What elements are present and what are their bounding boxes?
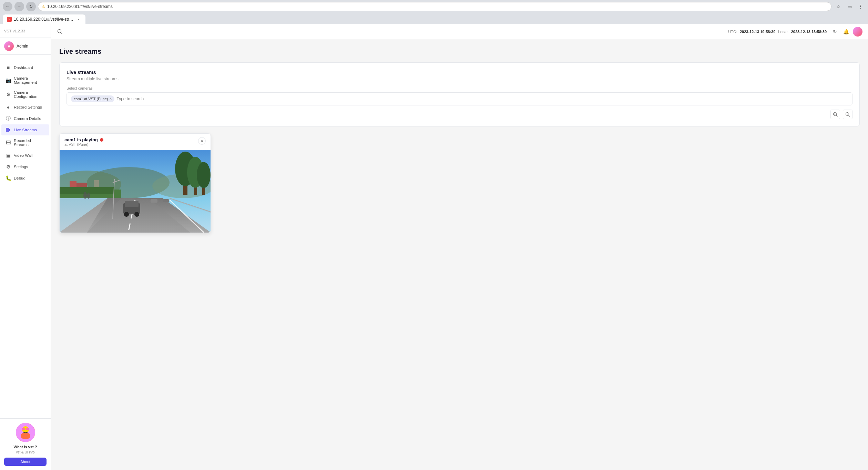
svg-rect-42: [151, 199, 157, 203]
forward-button[interactable]: →: [14, 2, 24, 11]
tab-title: 10.20.169.220:81/#/vst/live-streams: [14, 17, 74, 22]
svg-line-14: [849, 115, 850, 117]
address-bar[interactable]: ⚠ 10.20.169.220:81/#/vst/live-streams: [38, 2, 831, 11]
tab-favicon: V: [7, 17, 12, 22]
sidebar-item-label: Debug: [14, 176, 25, 180]
svg-point-46: [83, 192, 87, 199]
about-button[interactable]: About: [4, 458, 47, 466]
svg-point-4: [21, 432, 30, 439]
top-bar-icons: ↻ 🔔: [831, 27, 862, 37]
sidebar-item-settings[interactable]: ⚙ Settings: [1, 161, 49, 172]
security-icon: ⚠: [42, 4, 45, 9]
utc-label: UTC:: [728, 30, 737, 34]
sidebar-item-label: Camera Details: [14, 116, 41, 121]
vst-avatar: [16, 423, 35, 442]
notification-icon[interactable]: 🔔: [842, 28, 850, 36]
svg-point-47: [87, 193, 90, 199]
svg-line-10: [836, 115, 838, 117]
sidebar-item-record-settings[interactable]: ● Record Settings: [1, 102, 49, 113]
stream-close-button[interactable]: ×: [198, 137, 206, 145]
sidebar-item-recorded-streams[interactable]: 🎞 Recorded Streams: [1, 136, 49, 150]
sidebar-item-camera-details[interactable]: ⓘ Camera Details: [1, 113, 49, 124]
sidebar-item-debug[interactable]: 🐛 Debug: [1, 173, 49, 184]
search-button[interactable]: [57, 28, 63, 35]
local-time: 2023-12-13 13:58:39: [791, 30, 827, 34]
page-body: Live streams Live streams Stream multipl…: [51, 39, 868, 241]
browser-tabs: V 10.20.169.220:81/#/vst/live-streams ×: [0, 13, 868, 24]
menu-button[interactable]: ⋮: [856, 2, 865, 11]
camera-tag: cam1 at VST (Pune) ×: [71, 95, 114, 102]
vst-info-subtitle: vst & UI info: [4, 450, 47, 454]
user-avatar: A: [4, 41, 14, 51]
tab-close-button[interactable]: ×: [76, 17, 81, 22]
bookmark-button[interactable]: ☆: [834, 2, 843, 11]
username: Admin: [17, 44, 28, 49]
sidebar-bottom: What is vst ? vst & UI info About: [0, 418, 51, 470]
card-footer: [67, 105, 852, 119]
app-logo: VST v1.2.33: [4, 28, 47, 33]
sidebar-item-dashboard[interactable]: ■ Dashboard: [1, 62, 49, 73]
svg-rect-37: [125, 201, 139, 207]
vst-info-title: What is vst ?: [4, 445, 47, 449]
sidebar-item-camera-configuration[interactable]: ⚙ Camera Configuration: [1, 88, 49, 101]
sidebar-item-label: Camera Configuration: [14, 90, 45, 99]
sidebar-nav: ■ Dashboard 📷 Camera Management ⚙ Camera…: [0, 59, 51, 418]
sidebar-item-label: Dashboard: [14, 65, 33, 70]
svg-point-38: [124, 212, 129, 217]
svg-point-35: [197, 162, 211, 188]
zoom-out-button[interactable]: [843, 110, 852, 119]
stream-window-header: cam1 is playing at VST (Pune) ×: [60, 134, 211, 150]
camera-management-icon: 📷: [6, 78, 11, 83]
utc-time: 2023-12-13 19:58:39: [740, 30, 775, 34]
top-bar-left: [57, 28, 63, 35]
svg-rect-43: [163, 199, 169, 202]
sidebar-item-label: Live Streams: [14, 128, 37, 132]
svg-point-6: [26, 428, 29, 430]
sidebar-search-container: [0, 55, 51, 59]
sidebar-user[interactable]: A Admin: [0, 38, 51, 55]
camera-search-input[interactable]: [116, 96, 848, 101]
url-text: 10.20.169.220:81/#/vst/live-streams: [47, 4, 113, 9]
sidebar-item-label: Recorded Streams: [14, 139, 45, 147]
camera-config-icon: ⚙: [6, 92, 11, 97]
utc-time-display: UTC: 2023-12-13 19:58:39 Local: 2023-12-…: [728, 30, 827, 34]
main-content: UTC: 2023-12-13 19:58:39 Local: 2023-12-…: [51, 24, 868, 470]
refresh-icon[interactable]: ↻: [831, 28, 839, 36]
svg-marker-1: [9, 129, 10, 131]
sidebar-item-label: Video Wall: [14, 153, 32, 157]
dashboard-icon: ■: [6, 65, 11, 70]
debug-icon: 🐛: [6, 175, 11, 181]
extensions-button[interactable]: ▭: [845, 2, 854, 11]
svg-rect-22: [94, 180, 99, 188]
stream-window: cam1 is playing at VST (Pune) ×: [59, 133, 211, 233]
sidebar-item-camera-management[interactable]: 📷 Camera Management: [1, 73, 49, 87]
select-cameras-label: Select cameras: [67, 86, 852, 90]
browser-chrome: ← → ↻ ⚠ 10.20.169.220:81/#/vst/live-stre…: [0, 0, 868, 24]
sidebar-item-label: Camera Management: [14, 76, 45, 84]
top-bar: UTC: 2023-12-13 19:58:39 Local: 2023-12-…: [51, 24, 868, 39]
svg-point-39: [134, 212, 139, 217]
stream-window-title: cam1 is playing: [64, 137, 103, 142]
sidebar-item-video-wall[interactable]: ▣ Video Wall: [1, 150, 49, 161]
user-profile-avatar[interactable]: [853, 27, 862, 37]
sidebar-item-live-streams[interactable]: Live Streams: [1, 124, 49, 135]
svg-rect-0: [6, 128, 9, 132]
camera-tag-remove-button[interactable]: ×: [109, 96, 112, 101]
app-container: VST v1.2.33 A Admin ■ Dashboard 📷 Camera…: [0, 24, 868, 470]
zoom-in-button[interactable]: [830, 110, 840, 119]
top-bar-right: UTC: 2023-12-13 19:58:39 Local: 2023-12-…: [728, 27, 862, 37]
local-label: Local:: [778, 30, 788, 34]
recording-indicator: [100, 138, 103, 142]
active-tab[interactable]: V 10.20.169.220:81/#/vst/live-streams ×: [3, 14, 85, 24]
camera-select-box[interactable]: cam1 at VST (Pune) ×: [67, 92, 852, 105]
reload-button[interactable]: ↻: [26, 2, 36, 11]
recorded-streams-icon: 🎞: [6, 140, 11, 145]
sidebar-header: VST v1.2.33: [0, 24, 51, 38]
page-title: Live streams: [59, 48, 860, 55]
app-title: VST: [4, 29, 11, 33]
browser-actions: ☆ ▭ ⋮: [834, 2, 865, 11]
stream-title-block: cam1 is playing at VST (Pune): [64, 137, 103, 146]
record-settings-icon: ●: [6, 104, 11, 110]
back-button[interactable]: ←: [3, 2, 12, 11]
sidebar-item-label: Settings: [14, 165, 28, 169]
